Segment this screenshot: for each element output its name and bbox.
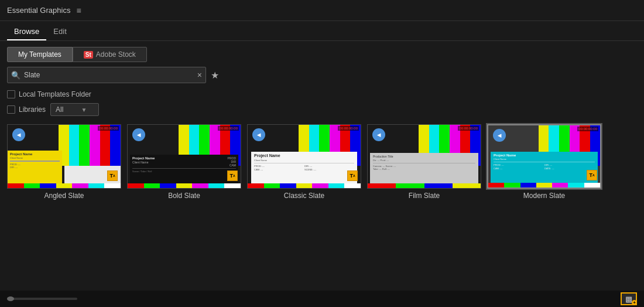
template-name: Film Slate (409, 192, 440, 200)
local-templates-label: Local Templates Folder (19, 90, 91, 98)
tab-edit[interactable]: Edit (46, 25, 73, 40)
list-item[interactable]: Project Name Client Name PRODDIRCAM Scen… (127, 124, 241, 200)
timestamp: 00:00:00:00 (98, 126, 119, 131)
watermark-icon: TA (587, 170, 597, 180)
search-row: 🔍 × ★ (0, 67, 644, 83)
template-thumbnail: Project Name Client Name PROD: --- DIR: … (247, 124, 361, 189)
scroll-thumb (7, 296, 14, 301)
watermark-icon: TA (347, 170, 358, 181)
my-templates-btn[interactable]: My Templates (7, 47, 73, 62)
list-item[interactable]: Project Name Client Name PROD: --- DIR: … (247, 124, 361, 200)
list-item[interactable]: Production Title Dir: --- Prod: --- Came… (367, 124, 481, 200)
favorites-star-btn[interactable]: ★ (211, 70, 219, 81)
new-composition-btn[interactable]: ▩ + (621, 292, 637, 305)
search-icon: 🔍 (11, 71, 20, 80)
watermark-icon: TA (227, 170, 238, 181)
filter-section: Local Templates Folder Libraries All ▼ (0, 88, 644, 118)
local-templates-row: Local Templates Folder (7, 90, 637, 98)
timestamp: 00:00:00:00 (338, 126, 359, 131)
search-input[interactable] (24, 71, 195, 79)
search-box: 🔍 × (7, 67, 206, 83)
adobe-stock-label: Adobe Stock (96, 50, 136, 59)
list-item[interactable]: Project Name Client Name PROD: --- DIR: … (487, 124, 601, 200)
logo-circle: ◀ (132, 128, 145, 141)
libraries-checkbox[interactable] (7, 105, 15, 114)
libraries-label: Libraries (19, 105, 46, 114)
local-templates-checkbox[interactable] (7, 90, 15, 98)
search-clear-btn[interactable]: × (197, 70, 202, 80)
local-templates-checkbox-wrap[interactable]: Local Templates Folder (7, 90, 91, 98)
timestamp: 00:00:00:00 (577, 127, 598, 131)
libraries-checkbox-wrap[interactable]: Libraries (7, 105, 46, 114)
scroll-track[interactable] (7, 298, 77, 300)
logo-circle: ◀ (372, 128, 385, 141)
list-item[interactable]: Project Name Client Name PROD: --- DIR: … (7, 124, 121, 200)
timestamp: 00:00:00:00 (458, 126, 479, 131)
libraries-row: Libraries All ▼ (7, 103, 637, 116)
tabs-row: Browse Edit (0, 21, 644, 41)
template-name: Bold Slate (168, 192, 200, 200)
template-thumbnail: Production Title Dir: --- Prod: --- Came… (367, 124, 481, 189)
bottom-bar: ▩ + (0, 291, 644, 307)
logo-circle: ◀ (12, 128, 25, 141)
template-name: Modern Slate (523, 192, 565, 200)
app-header: Essential Graphics ≡ (0, 0, 644, 21)
adobe-stock-btn[interactable]: St Adobe Stock (73, 47, 147, 62)
plus-badge-icon: + (632, 300, 637, 305)
libraries-dropdown-value: All (56, 105, 63, 114)
stock-badge-icon: St (84, 51, 93, 59)
app-title: Essential Graphics (7, 6, 70, 15)
libraries-dropdown[interactable]: All ▼ (50, 103, 99, 116)
templates-grid: Project Name Client Name PROD: --- DIR: … (0, 118, 644, 206)
template-thumbnail: Project Name Client Name PROD: --- DIR: … (487, 124, 601, 189)
template-thumbnail: Project Name Client Name PRODDIRCAM Scen… (127, 124, 241, 189)
logo-circle: ◀ (493, 129, 506, 142)
template-name: Angled Slate (44, 192, 84, 200)
template-thumbnail: Project Name Client Name PROD: --- DIR: … (7, 124, 121, 189)
source-toggle: My Templates St Adobe Stock (7, 47, 637, 62)
logo-circle: ◀ (252, 128, 265, 141)
template-name: Classic Slate (284, 192, 324, 200)
timestamp: 00:00:00:00 (218, 126, 239, 131)
watermark-icon: TA (107, 170, 118, 181)
tab-browse[interactable]: Browse (7, 25, 46, 40)
menu-icon[interactable]: ≡ (76, 6, 81, 15)
dropdown-arrow-icon: ▼ (81, 107, 87, 113)
